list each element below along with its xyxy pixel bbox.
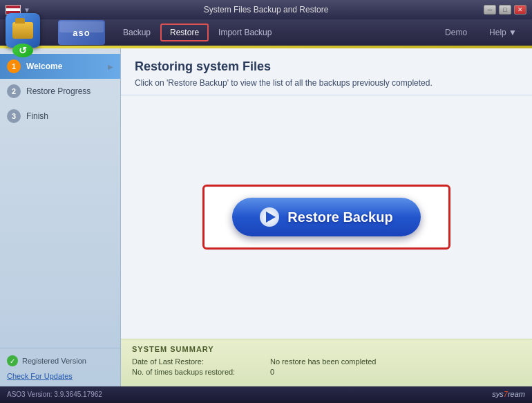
summary-title: SYSTEM SUMMARY xyxy=(132,345,521,353)
content-description: Click on 'Restore Backup' to view the li… xyxy=(135,78,518,88)
close-button[interactable]: ✕ xyxy=(514,5,526,15)
menu-item-restore[interactable]: Restore xyxy=(160,24,209,41)
menu-item-demo[interactable]: Demo xyxy=(435,24,477,41)
registered-label: Registered Version xyxy=(22,357,86,365)
restore-button-label: Restore Backup xyxy=(287,209,392,225)
step-2-label: Restore Progress xyxy=(26,86,91,96)
sidebar: 1 Welcome ▶ 2 Restore Progress 3 Finish … xyxy=(0,48,121,386)
app-icon: ↺ xyxy=(6,13,53,60)
window-controls: ─ □ ✕ xyxy=(484,5,526,15)
summary-key-1: No. of times backups restored: xyxy=(132,368,270,376)
summary-row-0: Date of Last Restore: No restore has bee… xyxy=(132,357,521,366)
registered-row: ✓ Registered Version xyxy=(7,355,113,366)
summary-row-1: No. of times backups restored: 0 xyxy=(132,368,521,376)
check-updates-link[interactable]: Check For Updates xyxy=(7,372,73,380)
play-icon xyxy=(260,207,279,227)
sidebar-item-restore-progress[interactable]: 2 Restore Progress xyxy=(0,79,120,104)
sidebar-bottom: ✓ Registered Version Check For Updates xyxy=(0,348,120,386)
step-1-arrow: ▶ xyxy=(108,63,113,71)
menu-bar: ↺ aso Backup Restore Import Backup Demo … xyxy=(0,19,532,46)
flag-dropdown[interactable]: ▼ xyxy=(23,6,30,14)
menu-right: Demo Help ▼ xyxy=(435,24,526,41)
system-summary: SYSTEM SUMMARY Date of Last Restore: No … xyxy=(121,339,532,386)
play-triangle xyxy=(266,212,276,223)
minimize-button[interactable]: ─ xyxy=(484,5,496,15)
title-bar: ▼ System Files Backup and Restore ─ □ ✕ xyxy=(0,0,532,19)
menu-item-help[interactable]: Help ▼ xyxy=(479,24,526,41)
sidebar-item-finish[interactable]: 3 Finish xyxy=(0,104,120,129)
content-body: Restore Backup xyxy=(121,95,532,339)
step-3-number: 3 xyxy=(7,109,21,123)
step-3-label: Finish xyxy=(26,111,48,121)
menu-item-backup[interactable]: Backup xyxy=(113,24,160,41)
summary-key-0: Date of Last Restore: xyxy=(132,357,270,366)
summary-val-0: No restore has been completed xyxy=(270,357,376,366)
restore-button-container: Restore Backup xyxy=(202,185,450,250)
logo-area: ↺ xyxy=(6,20,53,45)
step-1-number: 1 xyxy=(7,59,21,73)
content-area: Restoring system Files Click on 'Restore… xyxy=(121,48,532,386)
step-2-number: 2 xyxy=(7,84,21,98)
menu-item-import[interactable]: Import Backup xyxy=(209,24,281,41)
aso-logo: aso xyxy=(58,20,105,45)
maximize-button[interactable]: □ xyxy=(499,5,511,15)
step-1-label: Welcome xyxy=(26,62,62,71)
window-title: System Files Backup and Restore xyxy=(204,5,329,15)
content-header: Restoring system Files Click on 'Restore… xyxy=(121,48,532,95)
version-text: ASO3 Version: 3.9.3645.17962 xyxy=(7,391,102,398)
sysstream-logo: sys7ream xyxy=(492,390,525,398)
registered-check-icon: ✓ xyxy=(7,355,18,366)
main-container: 1 Welcome ▶ 2 Restore Progress 3 Finish … xyxy=(0,48,532,386)
summary-val-1: 0 xyxy=(270,368,274,376)
restore-backup-button[interactable]: Restore Backup xyxy=(232,198,420,236)
content-title: Restoring system Files xyxy=(135,59,518,74)
status-bar: ASO3 Version: 3.9.3645.17962 sys7ream xyxy=(0,386,532,402)
